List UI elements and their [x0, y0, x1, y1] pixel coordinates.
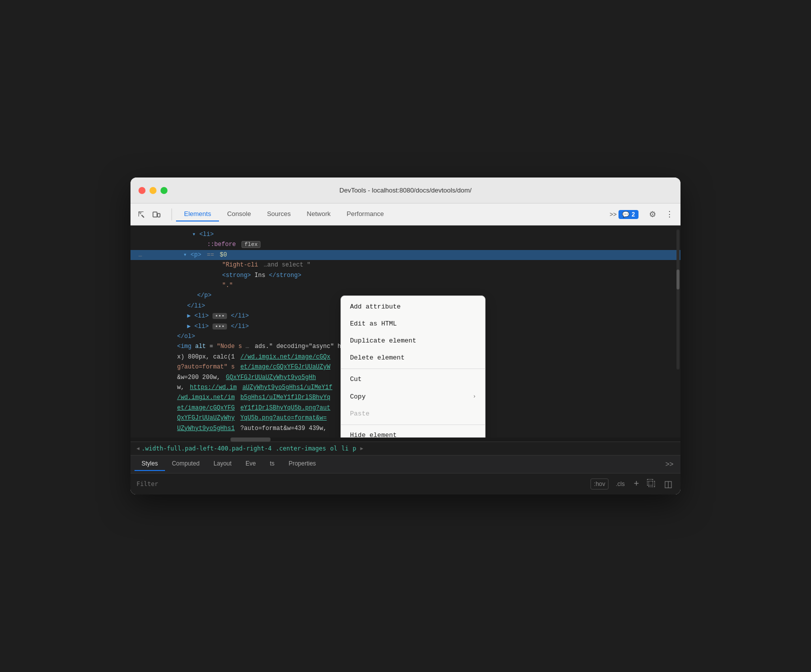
more-options-button[interactable]: ⋮	[662, 208, 676, 222]
devtools-window: DevTools - localhost:8080/docs/devtools/…	[130, 178, 680, 494]
inspect-element-button[interactable]	[134, 208, 148, 222]
ctx-label-paste: Paste	[350, 408, 370, 420]
bottom-tabs-more-button[interactable]: >>	[662, 458, 676, 470]
ctx-copy[interactable]: Copy ›	[341, 388, 485, 406]
maximize-button[interactable]	[160, 187, 168, 194]
svg-rect-3	[140, 212, 142, 213]
ctx-cut[interactable]: Cut	[341, 371, 485, 388]
tab-sources[interactable]: Sources	[259, 207, 299, 222]
ctx-label-hide: Hide element	[350, 430, 397, 438]
ctx-separator-2	[341, 424, 485, 425]
ctx-duplicate-element[interactable]: Duplicate element	[341, 332, 485, 350]
notification-count: 2	[632, 211, 635, 218]
tab-styles[interactable]: Styles	[134, 457, 165, 471]
tab-performance[interactable]: Performance	[338, 207, 392, 222]
window-title: DevTools - localhost:8080/docs/devtools/…	[340, 186, 472, 194]
tab-layout[interactable]: Layout	[206, 457, 238, 471]
settings-button[interactable]: ⚙	[646, 208, 660, 222]
ctx-label-duplicate: Duplicate element	[350, 336, 416, 346]
ctx-edit-html[interactable]: Edit as HTML	[341, 316, 485, 332]
tab-computed[interactable]: Computed	[165, 457, 206, 471]
titlebar: DevTools - localhost:8080/docs/devtools/…	[130, 178, 680, 204]
bottom-panel: Styles Computed Layout Eve ts Properties…	[130, 455, 680, 494]
breadcrumb-center-images[interactable]: .center-images	[276, 445, 326, 452]
svg-rect-6	[153, 212, 157, 217]
toolbar-right: >> 💬 2 ⚙ ⋮	[606, 208, 676, 222]
svg-rect-0	[138, 212, 140, 212]
more-tabs-icon: >>	[610, 211, 616, 218]
tab-properties[interactable]: Properties	[282, 457, 323, 471]
svg-rect-2	[138, 212, 139, 216]
ctx-separator-1	[341, 368, 485, 369]
filter-actions: :hov .cls + ⿻ ◫	[590, 478, 674, 490]
tab-console[interactable]: Console	[219, 207, 259, 222]
cls-button[interactable]: .cls	[612, 480, 628, 488]
ctx-label-delete: Delete element	[350, 352, 404, 364]
breadcrumb-p[interactable]: p	[352, 445, 356, 452]
hscroll-thumb[interactable]	[230, 438, 270, 442]
breadcrumb-ol[interactable]: ol	[330, 445, 337, 452]
chat-icon: 💬	[622, 211, 630, 218]
context-menu-overlay: Add attribute Edit as HTML Duplicate ele…	[130, 226, 680, 438]
horizontal-scrollbar[interactable]	[130, 438, 680, 442]
svg-rect-7	[158, 214, 160, 217]
devtools-tabs: Elements Console Sources Network Perform…	[176, 207, 604, 222]
devtools-toolbar: Elements Console Sources Network Perform…	[130, 204, 680, 226]
more-tabs-button[interactable]: >> 💬 2	[606, 208, 642, 221]
ctx-hide-element[interactable]: Hide element	[341, 427, 485, 438]
ctx-label-edit-html: Edit as HTML	[350, 318, 397, 330]
breadcrumb-path-main[interactable]: .width-full.pad-left-400.pad-right-4	[142, 445, 272, 452]
copy-styles-button[interactable]: ⿻	[645, 478, 658, 489]
new-style-rule-button[interactable]: ◫	[662, 478, 674, 490]
tab-network[interactable]: Network	[299, 207, 339, 222]
breadcrumb-forward-arrow[interactable]: ▶	[360, 446, 363, 451]
filter-bar: :hov .cls + ⿻ ◫	[130, 474, 680, 494]
force-state-button[interactable]: :hov	[590, 478, 609, 490]
tab-elements[interactable]: Elements	[176, 207, 219, 222]
breadcrumb-bar: ◀ .width-full.pad-left-400.pad-right-4 .…	[130, 442, 680, 455]
toolbar-divider	[172, 208, 172, 220]
ctx-delete-element[interactable]: Delete element	[341, 350, 485, 366]
svg-rect-4	[140, 214, 141, 214]
dom-panel[interactable]: ▾ <li> ::before flex … ▾ <p> == $0 "Righ…	[130, 226, 680, 438]
ctx-copy-arrow: ›	[472, 392, 476, 402]
svg-line-5	[142, 215, 144, 218]
devtools-body: ▾ <li> ::before flex … ▾ <p> == $0 "Righ…	[130, 226, 680, 494]
breadcrumb-back-arrow[interactable]: ◀	[136, 446, 140, 451]
ctx-add-attribute[interactable]: Add attribute	[341, 298, 485, 316]
traffic-lights	[138, 187, 168, 194]
toolbar-icons	[134, 208, 164, 222]
filter-input[interactable]	[136, 480, 586, 488]
ctx-paste: Paste	[341, 406, 485, 422]
ctx-label-cut: Cut	[350, 374, 362, 385]
tab-event-listeners[interactable]: Eve	[238, 457, 263, 471]
device-toggle-button[interactable]	[150, 208, 164, 222]
breadcrumb-li[interactable]: li	[342, 445, 348, 452]
context-menu: Add attribute Edit as HTML Duplicate ele…	[340, 296, 486, 438]
ctx-label-add-attribute: Add attribute	[350, 302, 400, 312]
ctx-label-copy: Copy	[350, 392, 366, 402]
add-rule-button[interactable]: +	[632, 478, 641, 489]
minimize-button[interactable]	[150, 187, 156, 194]
tab-ts[interactable]: ts	[263, 457, 282, 471]
notification-badge: 💬 2	[618, 210, 638, 219]
close-button[interactable]	[138, 187, 146, 194]
svg-rect-1	[140, 212, 144, 212]
bottom-tabs: Styles Computed Layout Eve ts Properties…	[130, 456, 680, 474]
